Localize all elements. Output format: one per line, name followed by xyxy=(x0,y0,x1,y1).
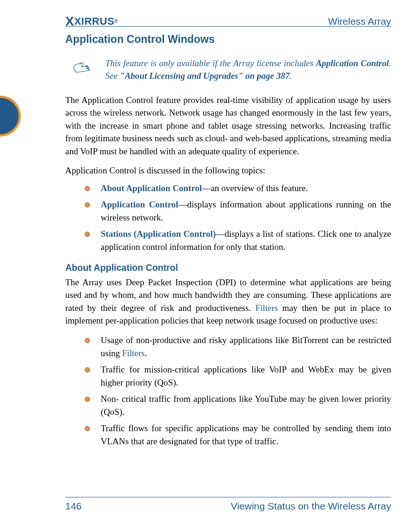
page-header: XXIRRUS® Wireless Array xyxy=(65,12,391,31)
link-about-application-control[interactable]: About Application Control xyxy=(101,183,202,193)
use-pre: Non- critical traffic from applications … xyxy=(101,394,391,417)
link-filters[interactable]: Filters xyxy=(255,303,278,313)
brand-name: XIRRUS xyxy=(74,14,114,29)
note-prefix: This feature is only available if the Ar… xyxy=(105,58,316,68)
topic-rest: —an overview of this feature. xyxy=(202,183,308,193)
about-paragraph: The Array uses Deep Packet Inspection (D… xyxy=(65,276,391,327)
note-hand-icon xyxy=(72,60,92,78)
document-page: XXIRRUS® Wireless Array Application Cont… xyxy=(0,0,420,530)
uses-list: Usage of non-productive and risky applic… xyxy=(65,334,391,447)
list-item: About Application Control—an overview of… xyxy=(65,182,391,195)
topics-list: About Application Control—an overview of… xyxy=(65,182,391,254)
use-post: . xyxy=(145,348,147,358)
header-rule xyxy=(65,26,391,27)
list-item: Usage of non-productive and risky applic… xyxy=(65,334,391,359)
footer-rule xyxy=(65,497,391,497)
license-note: This feature is only available if the Ar… xyxy=(72,57,391,82)
note-xref-link[interactable]: "About Licensing and Upgrades" on page 3… xyxy=(120,71,289,81)
list-item: Non- critical traffic from applications … xyxy=(65,392,391,418)
link-stations-application-control[interactable]: Stations (Application Control) xyxy=(101,229,216,239)
use-pre: Traffic for mission-critical application… xyxy=(101,365,391,387)
use-pre: Traffic flows for specific applications … xyxy=(101,423,391,446)
list-item: Traffic for mission-critical application… xyxy=(65,363,391,389)
note-text: This feature is only available if the Ar… xyxy=(105,57,391,82)
content-area: Application Control Windows This feature… xyxy=(65,32,391,454)
footer-section-title: Viewing Status on the Wireless Array xyxy=(231,499,391,513)
note-feature-name: Application Control xyxy=(316,58,389,68)
topics-lead: Application Control is discussed in the … xyxy=(65,164,391,177)
link-filters[interactable]: Filters xyxy=(122,348,145,358)
brand-logo: XXIRRUS® xyxy=(65,12,118,31)
intro-paragraph: The Application Control feature provides… xyxy=(65,94,391,158)
registered-icon: ® xyxy=(114,18,118,25)
logo-mark: X xyxy=(65,12,74,31)
note-suffix: . xyxy=(289,71,292,81)
link-application-control[interactable]: Application Control xyxy=(101,200,178,209)
page-footer: 146 Viewing Status on the Wireless Array xyxy=(65,499,391,513)
list-item: Stations (Application Control)—displays … xyxy=(65,227,391,253)
list-item: Application Control—displays information… xyxy=(65,198,391,224)
page-number: 146 xyxy=(65,499,82,513)
heading-about-application-control: About Application Control xyxy=(65,261,391,274)
side-tab-marker xyxy=(0,96,21,137)
heading-application-control-windows: Application Control Windows xyxy=(65,32,391,47)
list-item: Traffic flows for specific applications … xyxy=(65,422,391,447)
